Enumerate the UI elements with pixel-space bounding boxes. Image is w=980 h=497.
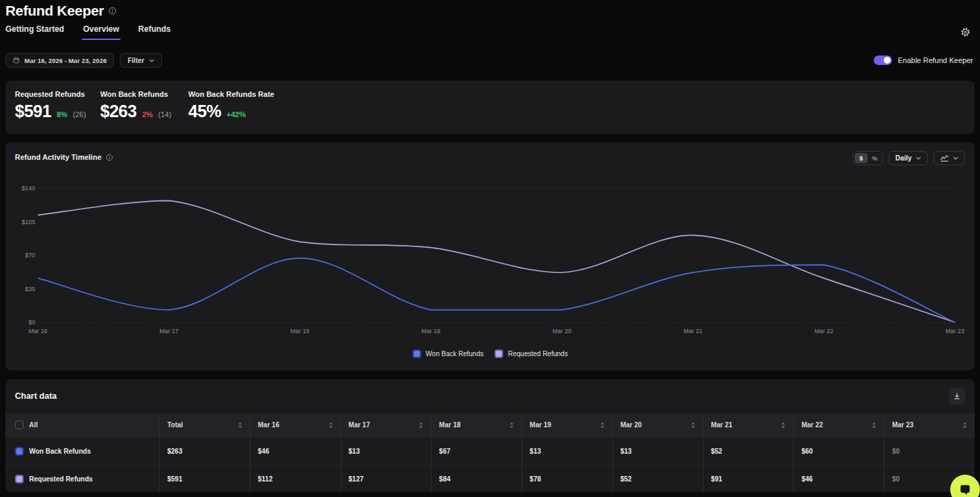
select-all-label: All [29,421,38,429]
enable-refund-keeper-toggle[interactable] [874,56,892,65]
toggle-label: Enable Refund Keeper [898,56,973,64]
sort-icon [781,422,786,429]
value-cell: $52 [612,465,703,492]
stat-won-back-refunds: Won Back Refunds $263 2% (14) [100,90,188,134]
select-all-cell: All [5,413,159,437]
column-header-total[interactable]: Total [159,413,250,437]
x-tick-label: Mar 21 [683,328,702,334]
y-tick-label: $105 [8,219,35,225]
date-range-value: Mar 16, 2026 - Mar 23, 2026 [24,57,106,64]
filter-label: Filter [127,57,144,64]
column-header-mar-22[interactable]: Mar 22 [793,413,884,437]
filter-button[interactable]: Filter [120,53,161,68]
value-cell: $60 [793,437,884,464]
chat-bubble-icon [958,483,972,496]
tab-bar: Getting Started Overview Refunds [5,24,171,40]
stat-count: (14) [158,110,172,118]
controls-row: Mar 16, 2026 - Mar 23, 2026 Filter Enabl… [5,53,973,68]
column-header-mar-18[interactable]: Mar 18 [431,413,521,437]
column-header-label: Mar 16 [258,421,280,429]
date-range-picker[interactable]: Mar 16, 2026 - Mar 23, 2026 [5,53,114,68]
series-label-cell: Won Back Refunds [5,437,159,464]
y-tick-label: $140 [8,185,35,192]
series-line-requested-refunds[interactable] [38,200,955,322]
value-cell: $46 [793,465,884,492]
sort-icon [419,422,423,429]
series-swatch[interactable] [15,447,24,456]
column-header-mar-19[interactable]: Mar 19 [521,413,612,437]
chart-legend: Won Back Refunds Requested Refunds [5,349,975,358]
series-label: Won Back Refunds [29,448,91,455]
column-header-mar-23[interactable]: Mar 23 [884,413,975,437]
tab-getting-started[interactable]: Getting Started [5,24,64,40]
stat-label: Won Back Refunds [100,90,188,98]
tab-refunds[interactable]: Refunds [138,24,171,40]
sort-icon [872,422,876,429]
legend-item-won-back-refunds[interactable]: Won Back Refunds [412,349,484,358]
value-cell: $91 [703,465,794,492]
value-cell: $591 [159,465,250,492]
stat-label: Won Back Refunds Rate [188,90,274,98]
stat-requested-refunds: Requested Refunds $591 8% (26) [15,90,100,134]
x-tick-label: Mar 23 [945,328,964,334]
y-tick-label: $35 [8,286,35,293]
x-tick-label: Mar 20 [553,328,572,334]
column-header-label: Mar 17 [349,421,370,429]
value-cell: $0 [884,437,975,464]
table-row: Won Back Refunds$263$46$13$67$13$13$52$6… [5,437,975,464]
table-header-row: All TotalMar 16Mar 17Mar 18Mar 19Mar 20M… [5,413,975,437]
chart-data-card: Chart data All TotalMar 16Mar 17Mar 18Ma… [5,379,975,492]
x-tick-label: Mar 16 [28,328,47,334]
calendar-icon [13,57,20,64]
value-cell: $78 [521,465,612,492]
stat-value: $591 [15,103,51,120]
timeline-chart-canvas[interactable] [5,142,975,370]
legend-swatch [412,349,421,358]
stat-delta: +42% [227,110,246,118]
legend-swatch [494,349,503,358]
value-cell: $127 [341,465,431,492]
series-line-won-back-refunds[interactable] [38,258,955,322]
sort-icon [509,422,514,429]
value-cell: $13 [341,437,431,464]
column-header-label: Mar 20 [620,421,642,429]
stat-won-back-refunds-rate: Won Back Refunds Rate 45% +42% [188,90,274,134]
stat-delta: 8% [57,110,68,118]
y-tick-label: $0 [8,319,35,326]
value-cell: $13 [612,437,703,464]
column-header-mar-16[interactable]: Mar 16 [250,413,341,437]
x-tick-label: Mar 17 [159,328,178,334]
chat-widget-button[interactable] [950,475,980,497]
column-header-mar-21[interactable]: Mar 21 [703,413,794,437]
stat-delta: 2% [142,110,153,118]
value-cell: $67 [431,437,521,464]
sort-icon [328,422,333,429]
value-cell: $46 [250,437,341,464]
value-cell: $263 [159,437,250,464]
title-info-icon[interactable] [108,7,116,15]
value-cell: $52 [703,437,794,464]
x-tick-label: Mar 18 [291,328,310,334]
table-row: Requested Refunds$591$112$127$84$78$52$9… [5,464,975,492]
stats-card: Requested Refunds $591 8% (26) Won Back … [5,81,975,134]
series-swatch[interactable] [15,475,24,483]
legend-item-requested-refunds[interactable]: Requested Refunds [494,349,568,358]
refund-keeper-page: Refund Keeper Getting Started Overview R… [0,0,980,497]
select-all-checkbox[interactable] [15,420,24,429]
download-button[interactable] [949,388,965,404]
tab-overview[interactable]: Overview [83,24,119,40]
column-header-mar-20[interactable]: Mar 20 [612,413,703,437]
stat-count: (26) [73,110,87,118]
title-row: Refund Keeper [5,3,116,19]
column-header-label: Mar 23 [892,421,914,429]
table-title: Chart data [15,391,57,401]
column-header-label: Mar 19 [530,421,551,429]
settings-gear-icon[interactable] [960,27,971,40]
value-cell: $84 [431,465,521,492]
column-header-mar-17[interactable]: Mar 17 [341,413,431,437]
x-tick-label: Mar 19 [421,328,440,334]
value-cell: $13 [521,437,612,464]
column-header-label: Mar 22 [801,421,823,429]
chevron-down-icon [149,59,154,62]
series-label: Requested Refunds [29,475,93,483]
